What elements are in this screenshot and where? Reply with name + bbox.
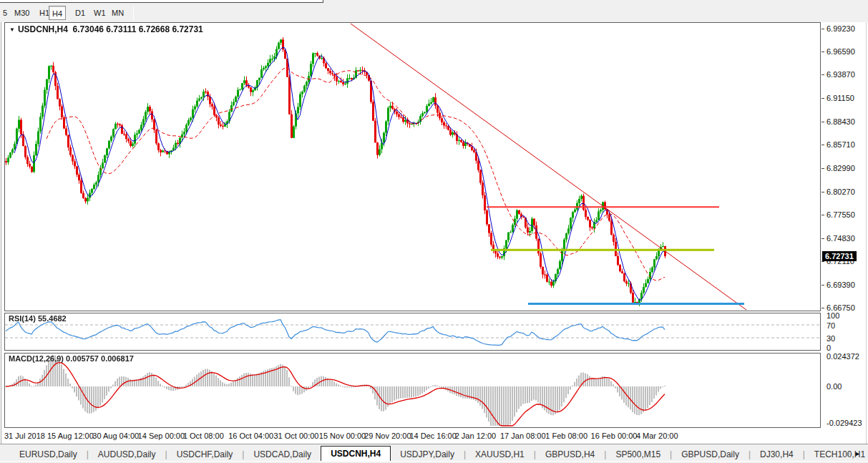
chart-workspace: ▼USDCNH,H4 6.73046 6.73111 6.72668 6.727… xyxy=(0,22,868,444)
timeframe-button-W1[interactable]: W1 xyxy=(91,6,109,20)
macd-panel: MACD(12,26,9) 0.005757 0.006817 xyxy=(4,353,821,428)
window-left-edge xyxy=(1,22,1,444)
chart-symbol-label: USDCNH,H4 xyxy=(18,24,68,34)
macd-values: 0.005757 0.006817 xyxy=(66,354,134,363)
price-tick-mark xyxy=(821,168,824,169)
date-tick-label: 31 Oct 00:00 xyxy=(274,432,319,440)
timeframe-button-H4[interactable]: H4 xyxy=(49,6,66,20)
date-tick-label: 14 Dec 16:00 xyxy=(409,432,456,440)
date-tick-label: 16 Feb 00:00 xyxy=(591,432,638,440)
macd-tick-label: 0.024372 xyxy=(826,352,859,361)
top-window-edge xyxy=(0,0,323,3)
price-tick-label: 6.74830 xyxy=(826,234,855,243)
macd-name: MACD(12,26,9) xyxy=(9,354,64,363)
price-tick-label: 6.66750 xyxy=(826,303,855,312)
date-tick-label: 1 Feb 08:00 xyxy=(545,432,587,440)
window-right-edge xyxy=(866,22,867,444)
price-tick-mark xyxy=(821,285,824,286)
timeframe-button-5[interactable]: 5 xyxy=(0,6,10,20)
date-tick-label: 17 Jan 08:00 xyxy=(500,432,546,440)
chevron-down-icon[interactable]: ▼ xyxy=(9,26,15,33)
price-tick-label: 6.88430 xyxy=(826,117,855,126)
price-tick-mark xyxy=(821,122,824,122)
timeframe-button-D1[interactable]: D1 xyxy=(72,6,88,20)
rsi-canvas[interactable] xyxy=(5,313,820,350)
time-axis[interactable]: 31 Jul 201815 Aug 12:0030 Aug 04:0014 Se… xyxy=(4,429,867,444)
price-tick-mark xyxy=(821,145,824,145)
price-tick-mark xyxy=(821,238,824,239)
price-tick-label: 6.82990 xyxy=(826,164,855,172)
price-tick-label: 6.77550 xyxy=(826,210,855,219)
date-tick-label: 2 Jan 12:00 xyxy=(455,432,497,440)
timeframe-button-M30[interactable]: M30 xyxy=(11,6,32,20)
rsi-label: RSI(14) 55.4682 xyxy=(9,314,67,323)
price-tick-mark xyxy=(821,52,824,52)
price-tick-label: 6.93870 xyxy=(826,70,855,79)
rsi-name: RSI(14) xyxy=(9,314,36,323)
price-tick-mark xyxy=(821,74,824,75)
date-tick-label: 31 Jul 2018 xyxy=(4,432,45,440)
date-tick-label: 1 Oct 08:00 xyxy=(183,432,224,440)
date-tick-label: 15 Nov 00:00 xyxy=(319,432,366,440)
rsi-tick-label: 30 xyxy=(826,334,835,343)
date-tick-label: 29 Nov 20:00 xyxy=(364,432,411,440)
tab-scroll-left-icon[interactable]: ◄ xyxy=(844,450,854,457)
macd-label: MACD(12,26,9) 0.005757 0.006817 xyxy=(9,354,134,363)
mt4-chart-window: 5M30H1H4D1W1MN ▼USDCNH,H4 6.73046 6.7311… xyxy=(0,0,868,463)
price-tick-label: 6.96590 xyxy=(826,47,855,56)
macd-tick-label: -0.029423 xyxy=(826,419,862,427)
price-axis[interactable]: 6.992306.965906.938706.911506.884306.857… xyxy=(821,22,868,428)
price-chart-canvas[interactable] xyxy=(5,23,820,311)
macd-canvas[interactable] xyxy=(5,354,820,427)
rsi-panel: RSI(14) 55.4682 xyxy=(4,313,821,351)
chart-tab-bar: EURUSD,Daily|AUDUSD,Daily|USDCHF,Daily|U… xyxy=(0,444,868,463)
price-tick-mark xyxy=(821,261,824,262)
price-tick-label: 6.91150 xyxy=(826,94,854,102)
rsi-value: 55.4682 xyxy=(38,314,67,323)
date-tick-label: 16 Oct 04:00 xyxy=(228,432,273,440)
macd-tick-label: 0.00 xyxy=(826,382,842,391)
rsi-tick-label: 100 xyxy=(826,311,839,320)
price-tick-mark xyxy=(821,29,824,29)
timeframe-button-MN[interactable]: MN xyxy=(109,6,127,20)
price-tick-label: 6.80270 xyxy=(826,187,855,196)
toolbar-separator xyxy=(133,6,134,20)
price-tick-mark xyxy=(821,215,824,215)
tab-scroll-right-icon[interactable]: ► xyxy=(854,450,865,457)
current-price-tag: 6.72731 xyxy=(822,251,857,261)
date-tick-label: 30 Aug 04:00 xyxy=(92,432,139,440)
rsi-tick-label: 0 xyxy=(826,343,831,352)
timeframe-toolbar: 5M30H1H4D1W1MN xyxy=(0,4,868,22)
chart-title: ▼USDCNH,H4 6.73046 6.73111 6.72668 6.727… xyxy=(9,24,203,34)
price-tick-label: 6.99230 xyxy=(826,24,855,33)
chart-ohlc-values: 6.73046 6.73111 6.72668 6.72731 xyxy=(73,24,203,34)
price-tick-label: 6.69390 xyxy=(826,281,855,289)
price-tick-mark xyxy=(821,192,824,192)
date-tick-label: 4 Mar 20:00 xyxy=(636,432,678,440)
price-tick-mark xyxy=(821,98,824,99)
date-tick-label: 14 Sep 00:00 xyxy=(138,432,185,440)
price-tick-label: 6.85710 xyxy=(826,140,855,149)
main-chart-panel: ▼USDCNH,H4 6.73046 6.73111 6.72668 6.727… xyxy=(4,22,821,311)
price-tick-mark xyxy=(821,308,824,308)
date-tick-label: 15 Aug 12:00 xyxy=(47,432,94,440)
rsi-tick-label: 70 xyxy=(826,321,835,330)
